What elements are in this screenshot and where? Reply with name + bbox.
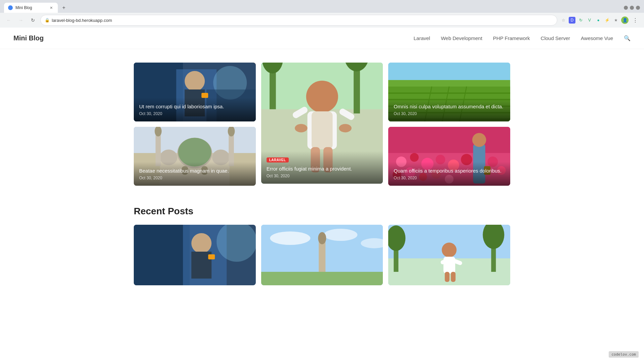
svg-point-5	[185, 71, 205, 91]
lock-icon: 🔒	[45, 18, 50, 23]
card-date-4: Oct 30, 2020	[139, 176, 250, 180]
ext4-icon[interactable]: ●	[595, 17, 602, 24]
svg-rect-95	[445, 272, 450, 282]
featured-card-5[interactable]: Quam officiis a temporibus asperiores do…	[388, 127, 510, 186]
nav-php-framework[interactable]: PHP Framework	[493, 35, 530, 41]
page-wrapper: Mini Blog Laravel Web Development PHP Fr…	[0, 28, 644, 363]
svg-point-73	[191, 233, 211, 253]
svg-point-83	[318, 232, 326, 244]
svg-point-52	[410, 153, 419, 162]
card-badge-2: LARAVEL	[267, 157, 289, 162]
recent-card-image-2	[261, 225, 383, 285]
main-content: Ut rem corrupti qui id laboriosam ipsa. …	[120, 49, 524, 299]
address-bar[interactable]: 🔒 laravel-blog-bd.herokuapp.com	[40, 15, 557, 26]
card-date-1: Oct 30, 2020	[139, 111, 250, 116]
svg-rect-17	[312, 111, 333, 149]
svg-point-15	[306, 81, 338, 113]
featured-card-4[interactable]: Beatae necessitatibus magnam in quae. Oc…	[134, 127, 256, 186]
avatar-icon[interactable]: 👤	[621, 16, 629, 24]
forward-button[interactable]: →	[16, 15, 26, 25]
featured-card-2[interactable]: LARAVEL Error officiis fugiat minima a p…	[261, 63, 383, 184]
svg-rect-7	[201, 93, 208, 98]
card-date-3: Oct 30, 2020	[394, 111, 505, 116]
new-tab-button[interactable]: +	[59, 3, 69, 12]
featured-card-1[interactable]: Ut rem corrupti qui id laboriosam ipsa. …	[134, 63, 256, 121]
card-title-1: Ut rem corrupti qui id laboriosam ipsa.	[139, 103, 250, 110]
nav-awesome-vue[interactable]: Awesome Vue	[581, 35, 613, 41]
recent-card-3[interactable]	[388, 225, 510, 285]
card-title-2: Error officiis fugiat minima a provident…	[267, 165, 378, 172]
nav-laravel[interactable]: Laravel	[413, 35, 430, 41]
minimize-button[interactable]	[624, 6, 628, 10]
recent-card-2[interactable]	[261, 225, 383, 285]
nav-cloud-server[interactable]: Cloud Server	[541, 35, 570, 41]
tab-close-button[interactable]: ✕	[48, 5, 54, 10]
site-brand[interactable]: Mini Blog	[13, 34, 44, 42]
active-tab[interactable]: Mini Blog ✕	[4, 3, 58, 13]
search-icon[interactable]: 🔍	[624, 35, 631, 41]
card-overlay-1: Ut rem corrupti qui id laboriosam ipsa. …	[134, 98, 256, 121]
svg-point-78	[270, 231, 310, 245]
svg-point-22	[295, 124, 308, 133]
close-button[interactable]	[636, 6, 640, 10]
extensions-area: ☆ D ↻ V ● ⚡ ★ 👤 ⋮	[560, 15, 640, 25]
card-title-4: Beatae necessitatibus magnam in quae.	[139, 167, 250, 174]
card-overlay-5: Quam officiis a temporibus asperiores do…	[388, 162, 510, 186]
svg-rect-81	[261, 272, 383, 285]
ext3-icon[interactable]: V	[586, 17, 593, 24]
tab-title: Mini Blog	[15, 5, 46, 10]
card-title-3: Omnis nisi culpa voluptatum assumenda et…	[394, 103, 505, 110]
address-text: laravel-blog-bd.herokuapp.com	[52, 18, 553, 23]
reload-button[interactable]: ↻	[28, 15, 38, 25]
svg-rect-96	[451, 272, 456, 282]
featured-card-3[interactable]: Omnis nisi culpa voluptatum assumenda et…	[388, 63, 510, 121]
watermark: codelov.com	[609, 351, 639, 358]
nav-links: Laravel Web Development PHP Framework Cl…	[413, 35, 631, 41]
recent-card-image-3	[388, 225, 510, 285]
card-date-5: Oct 30, 2020	[394, 176, 505, 180]
card-title-5: Quam officiis a temporibus asperiores do…	[394, 167, 505, 174]
bookmark-star-icon[interactable]: ☆	[560, 17, 567, 24]
ext1-icon[interactable]: D	[569, 17, 575, 24]
svg-point-79	[324, 229, 357, 241]
ext6-icon[interactable]: ★	[612, 17, 619, 24]
svg-point-91	[442, 243, 457, 257]
svg-rect-75	[208, 254, 215, 259]
card-overlay-3: Omnis nisi culpa voluptatum assumenda et…	[388, 98, 510, 121]
card-overlay-2: LARAVEL Error officiis fugiat minima a p…	[261, 151, 383, 184]
back-button[interactable]: ←	[4, 15, 13, 25]
svg-point-66	[472, 133, 486, 147]
browser-menu-button[interactable]: ⋮	[631, 15, 640, 25]
nav-web-development[interactable]: Web Development	[441, 35, 482, 41]
navbar: Mini Blog Laravel Web Development PHP Fr…	[0, 28, 644, 49]
browser-chrome: Mini Blog ✕ + ← → ↻ 🔒 laravel-blog-bd.he…	[0, 0, 644, 28]
card-overlay-4: Beatae necessitatibus magnam in quae. Oc…	[134, 162, 256, 186]
featured-grid: Ut rem corrupti qui id laboriosam ipsa. …	[134, 63, 510, 186]
card-date-2: Oct 30, 2020	[267, 174, 378, 178]
svg-point-23	[339, 124, 352, 133]
recent-card-1[interactable]	[134, 225, 256, 285]
recent-posts-title: Recent Posts	[134, 206, 510, 217]
browser-toolbar: ← → ↻ 🔒 laravel-blog-bd.herokuapp.com ☆ …	[0, 13, 644, 28]
recent-posts-section: Recent Posts	[134, 206, 510, 285]
tab-bar: Mini Blog ✕ +	[0, 0, 644, 13]
ext2-icon[interactable]: ↻	[577, 17, 584, 24]
maximize-button[interactable]	[630, 6, 634, 10]
recent-card-image-1	[134, 225, 256, 285]
ext5-icon[interactable]: ⚡	[604, 17, 610, 24]
tab-favicon	[8, 5, 13, 10]
recent-posts-grid	[134, 225, 510, 285]
svg-rect-70	[134, 225, 190, 285]
